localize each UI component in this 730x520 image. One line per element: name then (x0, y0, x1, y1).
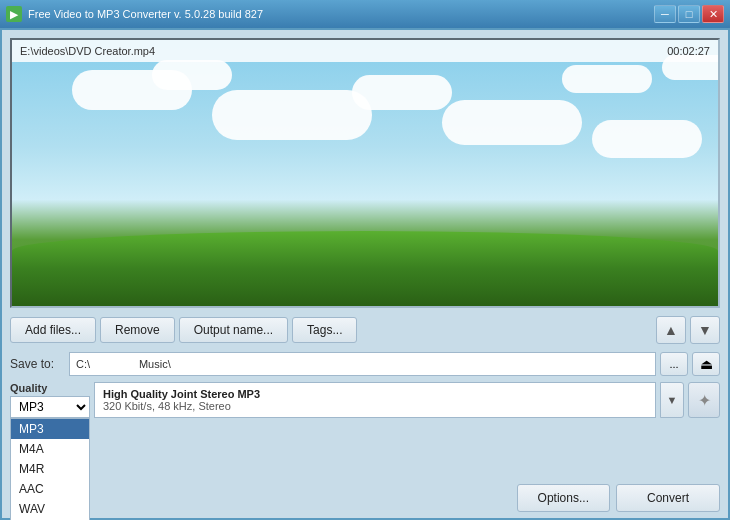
quality-desc-sub: 320 Kbit/s, 48 kHz, Stereo (103, 400, 647, 412)
minimize-button[interactable]: ─ (654, 5, 676, 23)
cloud-decoration (152, 60, 232, 90)
quality-action-icon: ✦ (698, 391, 711, 410)
dropdown-item-aac[interactable]: AAC (11, 479, 89, 499)
up-arrow-icon: ▲ (664, 322, 678, 338)
browse-button[interactable]: ... (660, 352, 688, 376)
format-dropdown-list: MP3 M4A M4R AAC WAV WMA OGG (10, 418, 90, 520)
file-path: E:\videos\DVD Creator.mp4 (20, 45, 667, 57)
quality-desc-main: High Quality Joint Stereo MP3 (103, 388, 647, 400)
app-icon: ▶ (6, 6, 22, 22)
save-path-input[interactable] (69, 352, 656, 376)
tags-button[interactable]: Tags... (292, 317, 357, 343)
quality-dropdown-icon: ▼ (667, 394, 678, 406)
remove-button[interactable]: Remove (100, 317, 175, 343)
quality-left: Quality MP3 M4A M4R AAC WAV WMA OGG MP3 … (10, 382, 90, 418)
down-arrow-icon: ▼ (698, 322, 712, 338)
open-folder-icon: ⏏ (700, 356, 713, 372)
toolbar: Add files... Remove Output name... Tags.… (2, 312, 728, 348)
cloud-decoration (592, 120, 702, 158)
close-button[interactable]: ✕ (702, 5, 724, 23)
window-controls: ─ □ ✕ (654, 5, 724, 23)
bottom-row: playlist Options... Convert (2, 478, 728, 518)
output-name-button[interactable]: Output name... (179, 317, 288, 343)
move-up-button[interactable]: ▲ (656, 316, 686, 344)
save-to-label: Save to: (10, 357, 65, 371)
cloud-decoration (212, 90, 372, 140)
open-folder-button[interactable]: ⏏ (692, 352, 720, 376)
quality-label: Quality (10, 382, 90, 394)
dropdown-item-m4r[interactable]: M4R (11, 459, 89, 479)
quality-row: Quality MP3 M4A M4R AAC WAV WMA OGG MP3 … (2, 380, 728, 420)
convert-button[interactable]: Convert (616, 484, 720, 512)
format-select-wrapper: MP3 M4A M4R AAC WAV WMA OGG MP3 M4A M4R … (10, 396, 90, 418)
dropdown-item-mp3[interactable]: MP3 (11, 419, 89, 439)
quality-dropdown-button[interactable]: ▼ (660, 382, 684, 418)
cloud-decoration (562, 65, 652, 93)
add-files-button[interactable]: Add files... (10, 317, 96, 343)
grass-decoration (12, 231, 718, 306)
format-select[interactable]: MP3 M4A M4R AAC WAV WMA OGG (10, 396, 90, 418)
main-window: E:\videos\DVD Creator.mp4 00:02:27 Add f… (0, 28, 730, 520)
file-duration: 00:02:27 (667, 45, 710, 57)
browse-icon: ... (669, 358, 678, 370)
titlebar: ▶ Free Video to MP3 Converter v. 5.0.28 … (0, 0, 730, 28)
cloud-decoration (352, 75, 452, 110)
dropdown-item-m4a[interactable]: M4A (11, 439, 89, 459)
video-preview: E:\videos\DVD Creator.mp4 00:02:27 (10, 38, 720, 308)
options-button[interactable]: Options... (517, 484, 610, 512)
quality-description: High Quality Joint Stereo MP3 320 Kbit/s… (94, 382, 656, 418)
preview-background (12, 40, 718, 306)
quality-action-button[interactable]: ✦ (688, 382, 720, 418)
cloud-decoration (442, 100, 582, 145)
app-title: Free Video to MP3 Converter v. 5.0.28 bu… (28, 8, 654, 20)
move-down-button[interactable]: ▼ (690, 316, 720, 344)
save-row: Save to: ... ⏏ (2, 348, 728, 380)
dropdown-item-wav[interactable]: WAV (11, 499, 89, 519)
file-info-bar: E:\videos\DVD Creator.mp4 00:02:27 (12, 40, 718, 62)
maximize-button[interactable]: □ (678, 5, 700, 23)
